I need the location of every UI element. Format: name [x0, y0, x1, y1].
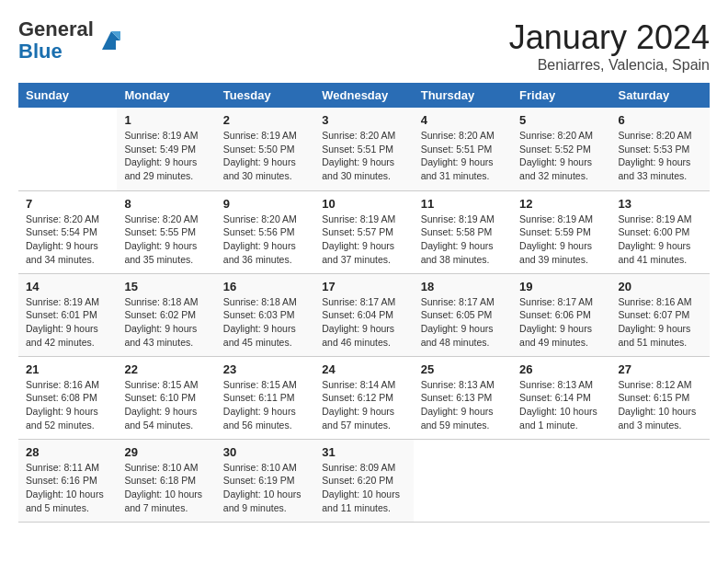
calendar-cell: 28Sunrise: 8:11 AMSunset: 6:16 PMDayligh… — [18, 439, 117, 522]
day-number: 22 — [124, 362, 208, 376]
day-number: 20 — [619, 280, 702, 293]
calendar-cell: 17Sunrise: 8:17 AMSunset: 6:04 PMDayligh… — [314, 273, 413, 356]
day-detail: Sunrise: 8:19 AMSunset: 6:00 PMDaylight:… — [619, 213, 702, 267]
calendar-cell — [512, 439, 610, 522]
day-number: 9 — [223, 197, 307, 211]
calendar-cell: 15Sunrise: 8:18 AMSunset: 6:02 PMDayligh… — [117, 273, 215, 356]
calendar-week-row: 28Sunrise: 8:11 AMSunset: 6:16 PMDayligh… — [18, 439, 710, 522]
day-detail: Sunrise: 8:15 AMSunset: 6:11 PMDaylight:… — [223, 378, 307, 432]
calendar-week-row: 7Sunrise: 8:20 AMSunset: 5:54 PMDaylight… — [18, 190, 710, 273]
day-number: 13 — [619, 197, 702, 211]
weekday-header-monday: Monday — [117, 83, 215, 108]
calendar-table: SundayMondayTuesdayWednesdayThursdayFrid… — [18, 83, 710, 523]
day-detail: Sunrise: 8:18 AMSunset: 6:03 PMDaylight:… — [223, 295, 307, 350]
calendar-cell — [414, 439, 512, 522]
day-number: 12 — [519, 197, 603, 211]
day-detail: Sunrise: 8:18 AMSunset: 6:02 PMDaylight:… — [124, 295, 208, 350]
logo: General Blue — [18, 18, 125, 63]
calendar-cell: 22Sunrise: 8:15 AMSunset: 6:10 PMDayligh… — [117, 356, 215, 439]
day-number: 16 — [223, 280, 307, 293]
day-detail: Sunrise: 8:20 AMSunset: 5:51 PMDaylight:… — [322, 129, 405, 183]
calendar-cell — [18, 108, 117, 190]
calendar-cell: 20Sunrise: 8:16 AMSunset: 6:07 PMDayligh… — [611, 273, 710, 356]
calendar-cell: 7Sunrise: 8:20 AMSunset: 5:54 PMDaylight… — [18, 190, 117, 273]
day-detail: Sunrise: 8:20 AMSunset: 5:55 PMDaylight:… — [124, 213, 208, 267]
calendar-cell: 9Sunrise: 8:20 AMSunset: 5:56 PMDaylight… — [216, 190, 314, 273]
day-detail: Sunrise: 8:10 AMSunset: 6:19 PMDaylight:… — [223, 461, 307, 515]
day-detail: Sunrise: 8:20 AMSunset: 5:52 PMDaylight:… — [519, 129, 603, 183]
day-detail: Sunrise: 8:20 AMSunset: 5:54 PMDaylight:… — [26, 213, 109, 267]
weekday-header-friday: Friday — [512, 83, 610, 108]
day-detail: Sunrise: 8:17 AMSunset: 6:05 PMDaylight:… — [421, 295, 505, 350]
calendar-cell: 12Sunrise: 8:19 AMSunset: 5:59 PMDayligh… — [512, 190, 610, 273]
day-number: 31 — [322, 445, 405, 459]
calendar-week-row: 1Sunrise: 8:19 AMSunset: 5:49 PMDaylight… — [18, 108, 710, 190]
calendar-cell — [611, 439, 710, 522]
day-number: 26 — [519, 362, 603, 376]
day-detail: Sunrise: 8:10 AMSunset: 6:18 PMDaylight:… — [124, 461, 208, 515]
title-block: January 2024 Beniarres, Valencia, Spain — [509, 18, 710, 74]
weekday-header-row: SundayMondayTuesdayWednesdayThursdayFrid… — [18, 83, 710, 108]
weekday-header-saturday: Saturday — [611, 83, 710, 108]
day-detail: Sunrise: 8:14 AMSunset: 6:12 PMDaylight:… — [322, 378, 405, 432]
day-detail: Sunrise: 8:15 AMSunset: 6:10 PMDaylight:… — [124, 378, 208, 432]
calendar-week-row: 21Sunrise: 8:16 AMSunset: 6:08 PMDayligh… — [18, 356, 710, 439]
day-detail: Sunrise: 8:13 AMSunset: 6:13 PMDaylight:… — [421, 378, 505, 432]
calendar-cell: 24Sunrise: 8:14 AMSunset: 6:12 PMDayligh… — [314, 356, 413, 439]
day-detail: Sunrise: 8:11 AMSunset: 6:16 PMDaylight:… — [26, 461, 109, 515]
location-subtitle: Beniarres, Valencia, Spain — [509, 57, 710, 74]
calendar-cell: 5Sunrise: 8:20 AMSunset: 5:52 PMDaylight… — [512, 108, 610, 190]
day-detail: Sunrise: 8:17 AMSunset: 6:06 PMDaylight:… — [519, 295, 603, 350]
day-number: 23 — [223, 362, 307, 376]
day-number: 30 — [223, 445, 307, 459]
calendar-cell: 27Sunrise: 8:12 AMSunset: 6:15 PMDayligh… — [611, 356, 710, 439]
weekday-header-wednesday: Wednesday — [314, 83, 413, 108]
day-detail: Sunrise: 8:13 AMSunset: 6:14 PMDaylight:… — [519, 378, 603, 432]
day-number: 5 — [519, 113, 603, 127]
day-number: 3 — [322, 113, 405, 127]
day-detail: Sunrise: 8:19 AMSunset: 5:50 PMDaylight:… — [223, 129, 307, 183]
logo-icon — [97, 27, 125, 54]
calendar-cell: 13Sunrise: 8:19 AMSunset: 6:00 PMDayligh… — [611, 190, 710, 273]
day-detail: Sunrise: 8:20 AMSunset: 5:53 PMDaylight:… — [619, 129, 702, 183]
calendar-cell: 31Sunrise: 8:09 AMSunset: 6:20 PMDayligh… — [314, 439, 413, 522]
calendar-cell: 6Sunrise: 8:20 AMSunset: 5:53 PMDaylight… — [611, 108, 710, 190]
calendar-cell: 2Sunrise: 8:19 AMSunset: 5:50 PMDaylight… — [216, 108, 314, 190]
day-detail: Sunrise: 8:19 AMSunset: 5:59 PMDaylight:… — [519, 213, 603, 267]
calendar-cell: 18Sunrise: 8:17 AMSunset: 6:05 PMDayligh… — [414, 273, 512, 356]
day-detail: Sunrise: 8:19 AMSunset: 6:01 PMDaylight:… — [26, 295, 109, 350]
day-detail: Sunrise: 8:16 AMSunset: 6:08 PMDaylight:… — [26, 378, 109, 432]
calendar-cell: 16Sunrise: 8:18 AMSunset: 6:03 PMDayligh… — [216, 273, 314, 356]
calendar-cell: 23Sunrise: 8:15 AMSunset: 6:11 PMDayligh… — [216, 356, 314, 439]
day-detail: Sunrise: 8:12 AMSunset: 6:15 PMDaylight:… — [619, 378, 702, 432]
day-number: 28 — [26, 445, 109, 459]
day-number: 15 — [124, 280, 208, 293]
page-header: General Blue January 2024 Beniarres, Val… — [18, 18, 710, 74]
calendar-cell: 26Sunrise: 8:13 AMSunset: 6:14 PMDayligh… — [512, 356, 610, 439]
weekday-header-tuesday: Tuesday — [216, 83, 314, 108]
day-number: 17 — [322, 280, 405, 293]
day-number: 25 — [421, 362, 505, 376]
day-detail: Sunrise: 8:19 AMSunset: 5:57 PMDaylight:… — [322, 213, 405, 267]
day-number: 18 — [421, 280, 505, 293]
day-detail: Sunrise: 8:09 AMSunset: 6:20 PMDaylight:… — [322, 461, 405, 515]
logo-blue: Blue — [18, 40, 63, 63]
day-detail: Sunrise: 8:19 AMSunset: 5:58 PMDaylight:… — [421, 213, 505, 267]
calendar-cell: 1Sunrise: 8:19 AMSunset: 5:49 PMDaylight… — [117, 108, 215, 190]
calendar-cell: 29Sunrise: 8:10 AMSunset: 6:18 PMDayligh… — [117, 439, 215, 522]
day-number: 1 — [124, 113, 208, 127]
day-detail: Sunrise: 8:17 AMSunset: 6:04 PMDaylight:… — [322, 295, 405, 350]
day-detail: Sunrise: 8:20 AMSunset: 5:56 PMDaylight:… — [223, 213, 307, 267]
day-detail: Sunrise: 8:16 AMSunset: 6:07 PMDaylight:… — [619, 295, 702, 350]
day-number: 2 — [223, 113, 307, 127]
day-number: 7 — [26, 197, 109, 211]
day-number: 4 — [421, 113, 505, 127]
logo-general: General — [18, 17, 94, 40]
day-number: 11 — [421, 197, 505, 211]
day-number: 27 — [619, 362, 702, 376]
weekday-header-thursday: Thursday — [414, 83, 512, 108]
day-number: 14 — [26, 280, 109, 293]
day-number: 24 — [322, 362, 405, 376]
day-number: 29 — [124, 445, 208, 459]
calendar-cell: 21Sunrise: 8:16 AMSunset: 6:08 PMDayligh… — [18, 356, 117, 439]
